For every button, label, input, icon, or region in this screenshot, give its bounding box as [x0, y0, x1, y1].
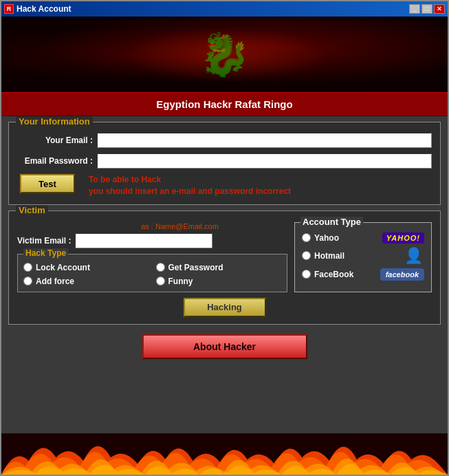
title-bar-left: R Hack Account: [4, 4, 72, 14]
facebook-radio[interactable]: [302, 270, 311, 279]
victim-legend: Victim: [16, 205, 48, 215]
banner-image: [1, 17, 448, 92]
main-window: R Hack Account _ □ ✕ Egyption Hackr Rafa…: [0, 0, 449, 476]
hacking-button[interactable]: Hacking: [184, 298, 266, 317]
hack-type-legend: Hack Type: [23, 248, 68, 258]
hotmail-label: Hotmail: [314, 251, 344, 261]
account-option-yahoo: Yahoo YAHOO!: [302, 232, 424, 244]
app-title: Egyption Hackr Rafat Ringo: [1, 92, 448, 116]
hack-radio-getpass[interactable]: [156, 263, 165, 272]
victim-hint: as : Name@Email.com: [72, 222, 287, 230]
test-button[interactable]: Test: [20, 174, 75, 193]
account-option-hotmail: Hotmail 👤: [302, 248, 424, 264]
your-info-panel: Your Information Your Email : Email Pass…: [8, 122, 441, 205]
hack-option-getpass[interactable]: Get Password: [156, 263, 282, 272]
hack-type-grid: Lock Account Get Password Add force: [23, 263, 281, 286]
victim-panel: Victim as : Name@Email.com Victim Email …: [8, 210, 441, 325]
app-icon: R: [4, 4, 14, 14]
hotmail-radio[interactable]: [302, 251, 311, 260]
window-content: Egyption Hackr Rafat Ringo Your Informat…: [1, 17, 448, 475]
window-title: Hack Account: [17, 4, 72, 14]
about-section: About Hacker: [8, 330, 441, 362]
hack-option-addforce[interactable]: Add force: [23, 277, 149, 286]
hack-option-funny[interactable]: Funny: [156, 277, 282, 286]
test-row: Test To be able to Hack you should inser…: [17, 174, 432, 197]
hotmail-icon: 👤: [404, 247, 423, 265]
facebook-option-label[interactable]: FaceBook: [302, 270, 353, 279]
title-bar: R Hack Account _ □ ✕: [1, 1, 448, 17]
email-label: Your Email :: [17, 136, 93, 145]
flame-footer: [1, 433, 448, 475]
account-option-facebook: FaceBook facebook: [302, 268, 424, 281]
victim-email-label: Victim Email :: [17, 236, 71, 246]
password-row: Email Password :: [17, 153, 432, 169]
maximize-button[interactable]: □: [421, 4, 432, 14]
yahoo-option-label[interactable]: Yahoo: [302, 233, 339, 243]
hack-radio-lock[interactable]: [23, 263, 32, 272]
hack-label-getpass: Get Password: [168, 263, 223, 272]
minimize-button[interactable]: _: [409, 4, 420, 14]
yahoo-radio[interactable]: [302, 233, 311, 242]
banner-background: [1, 17, 448, 92]
hack-radio-addforce[interactable]: [23, 277, 32, 285]
email-row: Your Email :: [17, 133, 432, 148]
hack-type-panel: Hack Type Lock Account Get Password: [17, 254, 287, 292]
test-message-line2: you should insert an e-mail and password…: [89, 186, 291, 197]
flames-svg: [1, 433, 448, 475]
facebook-logo: facebook: [380, 268, 424, 281]
window-controls: _ □ ✕: [409, 4, 445, 14]
victim-email-input[interactable]: [75, 233, 212, 248]
victim-content: as : Name@Email.com Victim Email : Hack …: [17, 222, 432, 292]
your-info-legend: Your Information: [16, 116, 93, 127]
account-type-panel: Account Type Yahoo YAHOO!: [294, 222, 432, 292]
hack-label-funny: Funny: [168, 277, 193, 286]
about-hacker-button[interactable]: About Hacker: [142, 334, 307, 359]
test-message: To be able to Hack you should insert an …: [89, 174, 291, 197]
hacking-row: Hacking: [17, 298, 432, 317]
yahoo-logo: YAHOO!: [382, 232, 424, 244]
hack-option-lock[interactable]: Lock Account: [23, 263, 149, 272]
victim-email-row: Victim Email :: [17, 233, 287, 248]
account-options: Yahoo YAHOO! Hotmail: [302, 232, 424, 281]
hack-label-lock: Lock Account: [36, 263, 90, 272]
password-label: Email Password :: [17, 156, 93, 166]
victim-left: as : Name@Email.com Victim Email : Hack …: [17, 222, 287, 292]
hotmail-logo: 👤: [402, 248, 424, 264]
password-input[interactable]: [97, 153, 432, 169]
account-type-legend: Account Type: [300, 217, 363, 227]
email-input[interactable]: [97, 133, 432, 148]
hotmail-option-label[interactable]: Hotmail: [302, 251, 344, 261]
yahoo-label: Yahoo: [314, 233, 339, 243]
close-button[interactable]: ✕: [434, 4, 445, 14]
test-message-line1: To be able to Hack: [89, 174, 291, 186]
hack-label-addforce: Add force: [36, 277, 74, 286]
hack-radio-funny[interactable]: [156, 277, 165, 285]
facebook-label: FaceBook: [314, 270, 353, 279]
panels-container: Your Information Your Email : Email Pass…: [1, 116, 448, 433]
